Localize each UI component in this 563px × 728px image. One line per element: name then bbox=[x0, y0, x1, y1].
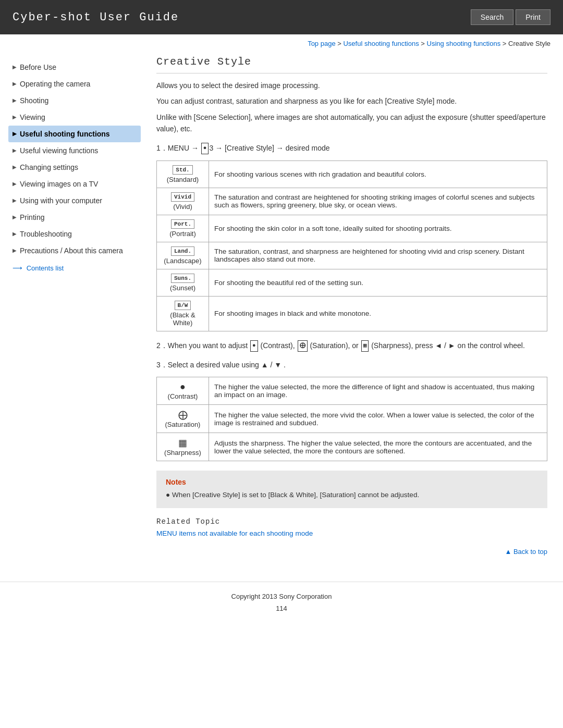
sidebar-label: Printing bbox=[20, 213, 44, 221]
arrow-icon: ▶ bbox=[13, 131, 17, 137]
sidebar-item-printing[interactable]: ▶ Printing bbox=[8, 209, 141, 226]
std-icon: Std. bbox=[173, 165, 192, 175]
site-title: Cyber-shot User Guide bbox=[13, 11, 179, 24]
desc-sharpness: Adjusts the sharpness. The higher the va… bbox=[209, 433, 547, 461]
port-icon: Port. bbox=[171, 219, 194, 229]
desc-sunset: For shooting the beautiful red of the se… bbox=[209, 269, 547, 296]
sidebar-item-before-use[interactable]: ▶ Before Use bbox=[8, 59, 141, 76]
arrow-icon: ▶ bbox=[13, 231, 17, 237]
contrast-symbol: ● bbox=[162, 381, 203, 392]
print-button[interactable]: Print bbox=[516, 9, 550, 25]
main-layout: ▶ Before Use ▶ Operating the camera ▶ Sh… bbox=[0, 51, 563, 571]
table-row: Land. (Landscape) The saturation, contra… bbox=[157, 242, 547, 269]
port-label: (Portrait) bbox=[162, 230, 203, 238]
style-table: Std. (Standard) For shooting various sce… bbox=[156, 161, 547, 331]
table-row: ⨁ (Saturation) The higher the value sele… bbox=[157, 405, 547, 433]
table-row: B/W (Black & White) For shooting images … bbox=[157, 296, 547, 331]
sidebar-item-viewing-tv[interactable]: ▶ Viewing images on a TV bbox=[8, 176, 141, 192]
notes-item-1: When [Creative Style] is set to [Black &… bbox=[166, 489, 538, 501]
footer: Copyright 2013 Sony Corporation 114 bbox=[0, 582, 563, 623]
related-topic-section: Related Topic MENU items not available f… bbox=[156, 517, 547, 537]
vivid-icon: Vivid bbox=[171, 192, 194, 202]
breadcrumb-current: Creative Style bbox=[508, 40, 550, 47]
sidebar-item-troubleshooting[interactable]: ▶ Troubleshooting bbox=[8, 226, 141, 242]
notes-box: Notes When [Creative Style] is set to [B… bbox=[156, 471, 547, 508]
bw-label: (Black & White) bbox=[162, 311, 203, 327]
table-row: Port. (Portrait) For shooting the skin c… bbox=[157, 215, 547, 242]
arrow-icon: ▶ bbox=[13, 181, 17, 187]
table-row: Std. (Standard) For shooting various sce… bbox=[157, 161, 547, 188]
content-area: Creative Style Allows you to select the … bbox=[141, 51, 563, 571]
copyright-text: Copyright 2013 Sony Corporation bbox=[10, 593, 553, 600]
breadcrumb: Top page > Useful shooting functions > U… bbox=[0, 34, 563, 51]
arrow-icon: ▶ bbox=[13, 198, 17, 203]
search-button[interactable]: Search bbox=[471, 9, 513, 25]
icon-cell-landscape: Land. (Landscape) bbox=[157, 242, 209, 269]
related-link-anchor[interactable]: MENU items not available for each shooti… bbox=[156, 529, 313, 537]
desc-standard: For shooting various scenes with rich gr… bbox=[209, 161, 547, 188]
sidebar: ▶ Before Use ▶ Operating the camera ▶ Sh… bbox=[0, 51, 141, 571]
step-2: 2．When you want to adjust ● (Contrast), … bbox=[156, 340, 547, 352]
sidebar-item-changing-settings[interactable]: ▶ Changing settings bbox=[8, 159, 141, 176]
table-row: ● (Contrast) The higher the value select… bbox=[157, 377, 547, 405]
icon-cell-sunset: Suns. (Sunset) bbox=[157, 269, 209, 296]
saturation-symbol: ⨁ bbox=[162, 409, 203, 421]
saturation-label: (Saturation) bbox=[162, 421, 203, 428]
std-label: (Standard) bbox=[162, 176, 203, 183]
sunset-label: (Sunset) bbox=[162, 284, 203, 292]
desc-bw: For shooting images in black and white m… bbox=[209, 296, 547, 331]
table-row: ▦ (Sharpness) Adjusts the sharpness. The… bbox=[157, 433, 547, 461]
sidebar-label: Changing settings bbox=[20, 163, 78, 171]
back-to-top-link[interactable]: ▲ Back to top bbox=[505, 548, 547, 556]
sidebar-item-precautions[interactable]: ▶ Precautions / About this camera bbox=[8, 242, 141, 259]
sidebar-label: Using with your computer bbox=[20, 196, 102, 205]
sidebar-item-viewing[interactable]: ▶ Viewing bbox=[8, 109, 141, 126]
sidebar-item-useful-viewing[interactable]: ▶ Useful viewing functions bbox=[8, 142, 141, 159]
icon-cell-sharpness: ▦ (Sharpness) bbox=[157, 433, 209, 461]
sidebar-item-useful-shooting[interactable]: ▶ Useful shooting functions bbox=[8, 126, 141, 142]
sidebar-label: Useful shooting functions bbox=[20, 130, 110, 138]
sidebar-label: Shooting bbox=[20, 96, 48, 105]
page-number: 114 bbox=[10, 604, 553, 612]
breadcrumb-top[interactable]: Top page bbox=[308, 40, 336, 47]
icon-cell-standard: Std. (Standard) bbox=[157, 161, 209, 188]
related-topic-title: Related Topic bbox=[156, 517, 547, 526]
arrow-icon: ▶ bbox=[13, 64, 17, 70]
contents-list-link[interactable]: ⟶ Contents list bbox=[8, 264, 141, 272]
saturation-icon: ⨁ bbox=[298, 340, 308, 352]
arrow-icon: ▶ bbox=[13, 248, 17, 253]
table-row: Suns. (Sunset) For shooting the beautifu… bbox=[157, 269, 547, 296]
desc-landscape: The saturation, contrast, and sharpness … bbox=[209, 242, 547, 269]
icon-cell-saturation: ⨁ (Saturation) bbox=[157, 405, 209, 433]
camera-icon: ● bbox=[201, 143, 209, 154]
sharpness-icon: ▦ bbox=[361, 340, 369, 352]
sidebar-label: Troubleshooting bbox=[20, 230, 72, 238]
related-link-1[interactable]: MENU items not available for each shooti… bbox=[156, 529, 547, 537]
arrow-right-icon: ⟶ bbox=[13, 264, 22, 272]
sharpness-symbol: ▦ bbox=[162, 437, 203, 449]
vivid-label: (Vivid) bbox=[162, 203, 203, 211]
arrow-icon: ▶ bbox=[13, 97, 17, 103]
desc-contrast: The higher the value selected, the more … bbox=[209, 377, 547, 405]
intro-p1: Allows you to select the desired image p… bbox=[156, 80, 547, 91]
sidebar-item-operating[interactable]: ▶ Operating the camera bbox=[8, 76, 141, 92]
sidebar-item-shooting[interactable]: ▶ Shooting bbox=[8, 92, 141, 109]
back-to-top[interactable]: ▲ Back to top bbox=[156, 548, 547, 556]
intro-p2: You can adjust contrast, saturation and … bbox=[156, 95, 547, 107]
arrow-icon: ▶ bbox=[13, 164, 17, 170]
desc-vivid: The saturation and contrast are heighten… bbox=[209, 188, 547, 215]
sidebar-item-computer[interactable]: ▶ Using with your computer bbox=[8, 192, 141, 209]
contents-list-anchor[interactable]: Contents list bbox=[27, 264, 64, 272]
sidebar-label: Viewing bbox=[20, 113, 45, 121]
arrow-icon: ▶ bbox=[13, 114, 17, 120]
notes-title: Notes bbox=[166, 478, 538, 486]
icon-cell-contrast: ● (Contrast) bbox=[157, 377, 209, 405]
breadcrumb-using-shooting[interactable]: Using shooting functions bbox=[427, 40, 501, 47]
arrow-icon: ▶ bbox=[13, 81, 17, 87]
contrast-icon: ● bbox=[250, 340, 258, 352]
breadcrumb-useful-shooting[interactable]: Useful shooting functions bbox=[343, 40, 419, 47]
land-icon: Land. bbox=[171, 246, 194, 256]
sidebar-label: Precautions / About this camera bbox=[20, 246, 123, 255]
page-title: Creative Style bbox=[156, 56, 547, 73]
bw-icon: B/W bbox=[175, 301, 191, 310]
